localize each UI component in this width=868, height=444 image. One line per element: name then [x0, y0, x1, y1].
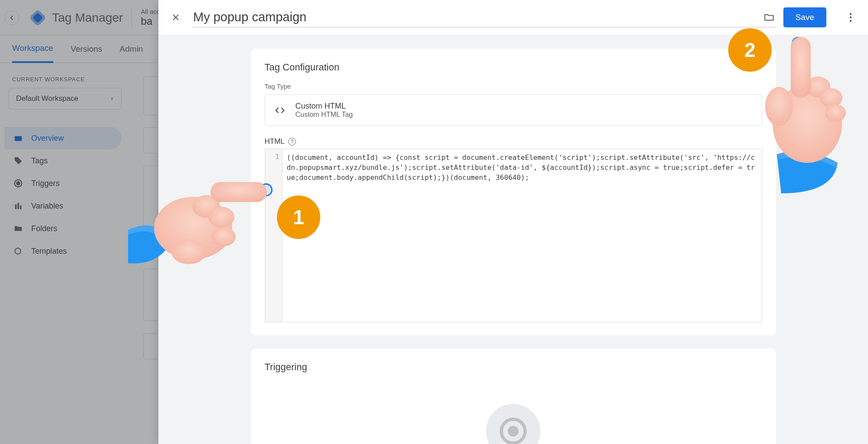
- svg-point-10: [850, 20, 852, 22]
- trigger-placeholder-icon: [486, 404, 540, 444]
- triggering-title: Triggering: [265, 361, 762, 373]
- html-code-editor[interactable]: 1 ((document, accountId) => {const scrip…: [265, 149, 762, 322]
- annotation-badge-2: 2: [728, 28, 772, 72]
- triggering-empty-state: [265, 382, 762, 444]
- code-icon: [274, 104, 286, 116]
- tag-type-label: Tag Type: [265, 83, 762, 90]
- annotation-pointer-2: [792, 37, 805, 50]
- close-button[interactable]: [167, 9, 184, 26]
- triggering-card[interactable]: Triggering: [251, 348, 776, 444]
- tag-name-input[interactable]: [192, 7, 759, 27]
- panel-body: Tag Configuration Tag Type Custom HTML C…: [158, 35, 868, 444]
- svg-point-11: [486, 404, 540, 444]
- svg-point-8: [850, 13, 852, 15]
- tag-type-name: Custom HTML: [296, 102, 353, 111]
- save-button[interactable]: Save: [783, 7, 826, 27]
- folder-select-icon[interactable]: [763, 11, 775, 23]
- code-content[interactable]: ((document, accountId) => {const script …: [283, 149, 762, 322]
- panel-header: Save: [158, 0, 868, 35]
- svg-point-13: [508, 426, 519, 437]
- html-field-label: HTML: [265, 137, 285, 146]
- annotation-badge-1: 1: [277, 195, 320, 239]
- svg-point-9: [850, 17, 852, 19]
- tag-type-selector[interactable]: Custom HTML Custom HTML Tag: [265, 94, 762, 126]
- annotation-pointer-1: [260, 183, 273, 196]
- help-icon[interactable]: ?: [288, 138, 296, 146]
- tag-configuration-title: Tag Configuration: [265, 62, 762, 73]
- tag-configuration-card[interactable]: Tag Configuration Tag Type Custom HTML C…: [251, 49, 776, 335]
- line-gutter: 1: [265, 149, 283, 322]
- more-menu-button[interactable]: [842, 9, 859, 26]
- tag-type-sub: Custom HTML Tag: [296, 111, 353, 119]
